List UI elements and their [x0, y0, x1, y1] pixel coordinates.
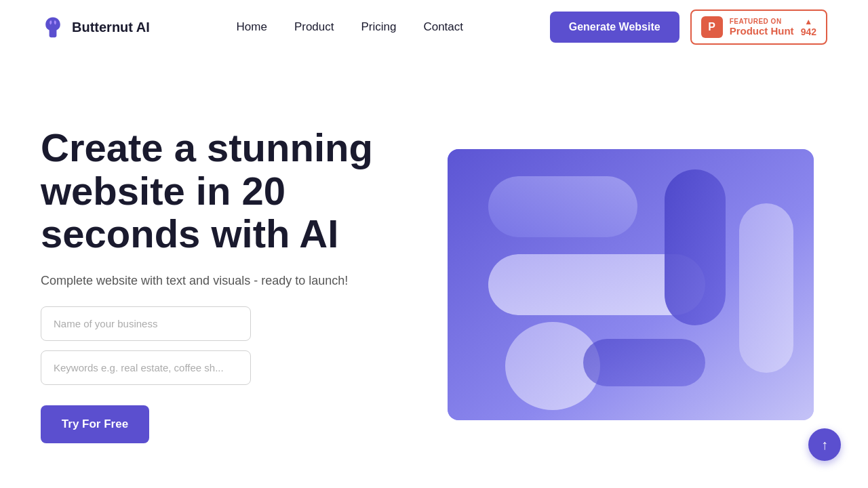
logo-area: Butternut AI: [41, 15, 150, 39]
product-hunt-featured-label: FEATURED ON: [730, 18, 794, 25]
product-hunt-logo: P: [701, 16, 723, 38]
hero-title: Create a stunning website in 20 seconds …: [41, 126, 393, 256]
logo-text: Butternut AI: [72, 20, 150, 35]
nav-product[interactable]: Product: [294, 20, 334, 34]
nav-contact[interactable]: Contact: [423, 20, 463, 34]
product-hunt-count-area: ▲ 942: [801, 17, 816, 37]
generate-website-button[interactable]: Generate Website: [550, 12, 679, 43]
navbar-actions: Generate Website P FEATURED ON Product H…: [550, 9, 827, 45]
product-hunt-count: 942: [801, 26, 816, 37]
hero-content: Create a stunning website in 20 seconds …: [41, 126, 393, 443]
svg-rect-5: [739, 203, 793, 373]
svg-rect-2: [665, 169, 726, 325]
chevron-up-icon: ↑: [821, 437, 828, 453]
svg-rect-6: [583, 339, 705, 386]
product-hunt-arrow: ▲: [804, 17, 812, 26]
hero-visual: [434, 149, 827, 420]
scroll-to-top-button[interactable]: ↑: [808, 428, 841, 461]
product-hunt-badge[interactable]: P FEATURED ON Product Hunt ▲ 942: [690, 9, 827, 45]
nav-pricing[interactable]: Pricing: [361, 20, 396, 34]
hero-3d-image: [448, 149, 814, 420]
svg-rect-4: [488, 176, 637, 237]
business-name-input[interactable]: [41, 306, 251, 341]
hero-form: [41, 306, 393, 385]
hero-3d-shapes-svg: [448, 149, 814, 420]
hero-subtitle: Complete website with text and visuals -…: [41, 272, 393, 290]
product-hunt-info: FEATURED ON Product Hunt: [730, 18, 794, 37]
hero-section: Create a stunning website in 20 seconds …: [0, 54, 868, 488]
product-hunt-name: Product Hunt: [730, 25, 794, 37]
try-for-free-button[interactable]: Try For Free: [41, 405, 149, 443]
navbar: Butternut AI Home Product Pricing Contac…: [0, 0, 868, 54]
nav-links: Home Product Pricing Contact: [237, 20, 464, 34]
nav-home[interactable]: Home: [237, 20, 267, 34]
keywords-input[interactable]: [41, 350, 251, 385]
butternut-logo-icon: [41, 15, 65, 39]
